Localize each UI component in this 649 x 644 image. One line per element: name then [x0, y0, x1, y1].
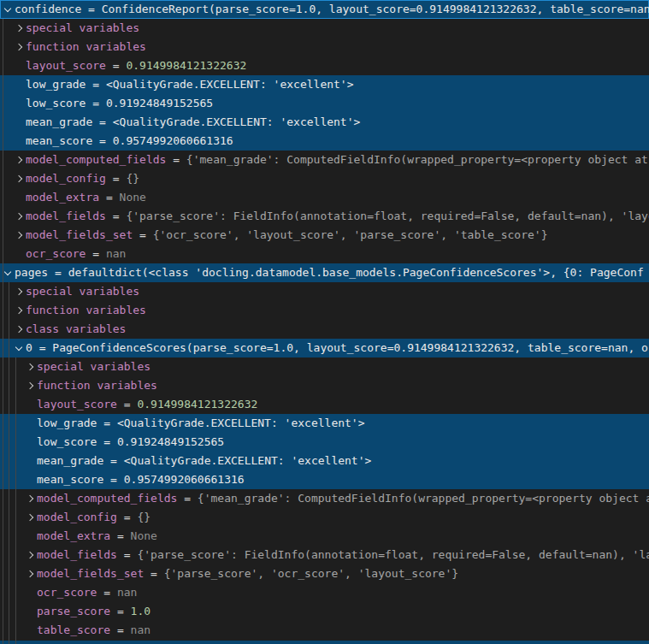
variable-name: class variables: [26, 320, 126, 339]
equals-sign: =: [177, 489, 197, 508]
variable-row-ocr-score[interactable]: ocr_score = nan: [0, 583, 649, 602]
chevron-right-icon[interactable]: [26, 357, 37, 376]
variable-name: model_fields: [26, 207, 106, 226]
chevron-right-icon[interactable]: [15, 38, 26, 56]
variable-row-function-variables[interactable]: function variables: [0, 301, 649, 320]
variable-name: low_score: [26, 94, 86, 113]
chevron-right-icon[interactable]: [15, 301, 26, 320]
variable-value: {'parse_score': FieldInfo(annotation=flo…: [126, 207, 649, 226]
equals-sign: =: [103, 470, 123, 489]
variable-row-special-variables[interactable]: special variables: [0, 357, 649, 376]
variable-name: layout_score: [26, 56, 106, 75]
variable-name: special variables: [26, 19, 139, 38]
indent-spacer: [15, 245, 26, 263]
equals-sign: =: [97, 433, 116, 452]
variable-row-confidence[interactable]: confidence = ConfidenceReport(parse_scor…: [0, 0, 649, 19]
variable-row-model-computed-fields[interactable]: model_computed_fields = {'mean_grade': C…: [0, 489, 649, 508]
equals-sign: =: [106, 169, 126, 188]
variable-row-layout-score[interactable]: layout_score = 0.9149984121322632: [0, 395, 649, 414]
equals-sign: =: [110, 602, 130, 621]
partially-visible-selected-row[interactable]: [0, 641, 649, 644]
chevron-right-icon[interactable]: [15, 19, 26, 38]
indent-spacer: [15, 188, 26, 207]
chevron-right-icon[interactable]: [15, 226, 26, 245]
variable-row-special-variables[interactable]: special variables: [0, 282, 649, 301]
variable-value: 0.9574992060661316: [113, 132, 233, 151]
variable-row-model-fields[interactable]: model_fields = {'parse_score': FieldInfo…: [0, 546, 649, 564]
chevron-right-icon[interactable]: [15, 151, 26, 169]
variable-value: 0.9149984121322632: [126, 56, 246, 75]
equals-sign: =: [92, 132, 112, 151]
chevron-down-icon[interactable]: [3, 263, 15, 282]
variable-value: None: [120, 188, 146, 207]
chevron-right-icon[interactable]: [26, 546, 37, 564]
variable-name: 0: [26, 339, 32, 357]
variable-name: parse_score: [37, 602, 110, 621]
variable-name: mean_score: [37, 470, 103, 489]
variable-row-model-config[interactable]: model_config = {}: [0, 169, 649, 188]
variable-row-model-extra[interactable]: model_extra = None: [0, 527, 649, 546]
equals-sign: =: [117, 508, 137, 527]
variable-row-function-variables[interactable]: function variables: [0, 376, 649, 395]
chevron-right-icon[interactable]: [26, 376, 37, 395]
variable-row-low-grade[interactable]: low_grade = <QualityGrade.EXCELLENT: 'ex…: [0, 414, 649, 433]
variable-name: mean_grade: [26, 113, 92, 132]
chevron-right-icon[interactable]: [15, 320, 26, 339]
variable-row-low-score[interactable]: low_score = 0.91924849152565: [0, 433, 649, 452]
variable-row-model-config[interactable]: model_config = {}: [0, 508, 649, 527]
variable-row-mean-grade[interactable]: mean_grade = <QualityGrade.EXCELLENT: 'e…: [0, 113, 649, 132]
indent-spacer: [26, 602, 37, 621]
equals-sign: =: [166, 151, 186, 169]
variable-row-low-score[interactable]: low_score = 0.91924849152565: [0, 94, 649, 113]
variable-row-model-computed-fields[interactable]: model_computed_fields = {'mean_grade': C…: [0, 151, 649, 169]
variable-name: low_score: [37, 433, 97, 452]
variable-row-model-extra[interactable]: model_extra = None: [0, 188, 649, 207]
equals-sign: =: [99, 188, 119, 207]
variable-row-parse-score[interactable]: parse_score = 1.0: [0, 602, 649, 621]
variable-value: {'mean_grade': ComputedFieldInfo(wrapped…: [198, 489, 649, 508]
variable-name: table_score: [37, 621, 110, 640]
chevron-right-icon[interactable]: [26, 489, 37, 508]
variable-row-mean-grade[interactable]: mean_grade = <QualityGrade.EXCELLENT: 'e…: [0, 452, 649, 470]
indent-spacer: [15, 113, 26, 132]
variable-row-table-score[interactable]: table_score = nan: [0, 621, 649, 640]
variable-row-0[interactable]: 0 = PageConfidenceScores(parse_score=1.0…: [0, 339, 649, 357]
variable-value: nan: [131, 621, 150, 640]
variable-row-layout-score[interactable]: layout_score = 0.9149984121322632: [0, 56, 649, 75]
variable-row-model-fields[interactable]: model_fields = {'parse_score': FieldInfo…: [0, 207, 649, 226]
variable-row-low-grade[interactable]: low_grade = <QualityGrade.EXCELLENT: 'ex…: [0, 75, 649, 94]
variable-row-special-variables[interactable]: special variables: [0, 19, 649, 38]
variable-name: model_config: [37, 508, 117, 527]
variable-row-function-variables[interactable]: function variables: [0, 38, 649, 56]
variable-value: 0.9149984121322632: [137, 395, 257, 414]
chevron-down-icon[interactable]: [3, 0, 15, 19]
variable-row-model-fields-set[interactable]: model_fields_set = {'parse_score', 'ocr_…: [0, 564, 649, 583]
equals-sign: =: [86, 94, 105, 113]
chevron-right-icon[interactable]: [15, 169, 26, 188]
variable-name: confidence: [15, 0, 81, 19]
equals-sign: =: [103, 452, 123, 470]
chevron-down-icon[interactable]: [15, 339, 26, 357]
variable-value: defaultdict(<class 'docling.datamodel.ba…: [68, 263, 644, 282]
variable-name: model_extra: [26, 188, 99, 207]
variable-row-pages[interactable]: pages = defaultdict(<class 'docling.data…: [0, 263, 649, 282]
variable-value: <QualityGrade.EXCELLENT: 'excellent'>: [124, 452, 372, 470]
equals-sign: =: [32, 339, 52, 357]
variable-value: nan: [106, 245, 126, 263]
variable-row-model-fields-set[interactable]: model_fields_set = {'ocr_score', 'layout…: [0, 226, 649, 245]
variable-name: model_config: [26, 169, 106, 188]
chevron-right-icon[interactable]: [26, 564, 37, 583]
equals-sign: =: [92, 113, 112, 132]
indent-spacer: [26, 452, 37, 470]
chevron-right-icon[interactable]: [26, 508, 37, 527]
variable-name: ocr_score: [37, 583, 97, 602]
variable-row-ocr-score[interactable]: ocr_score = nan: [0, 245, 649, 263]
variable-value: <QualityGrade.EXCELLENT: 'excellent'>: [106, 75, 354, 94]
indent-spacer: [26, 621, 37, 640]
variable-value: 0.91924849152565: [117, 433, 224, 452]
chevron-right-icon[interactable]: [15, 207, 26, 226]
variable-row-mean-score[interactable]: mean_score = 0.9574992060661316: [0, 132, 649, 151]
variable-row-class-variables[interactable]: class variables: [0, 320, 649, 339]
variable-row-mean-score[interactable]: mean_score = 0.9574992060661316: [0, 470, 649, 489]
chevron-right-icon[interactable]: [15, 282, 26, 301]
